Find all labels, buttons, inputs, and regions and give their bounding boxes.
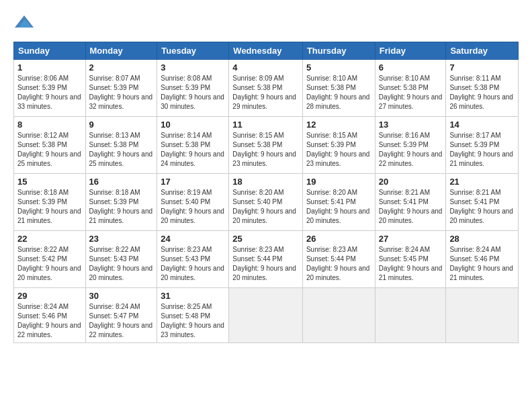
calendar-day-cell: 15Sunrise: 8:18 AMSunset: 5:39 PMDayligh… [14, 174, 86, 231]
header [13, 12, 519, 34]
calendar-day-cell: 24Sunrise: 8:23 AMSunset: 5:43 PMDayligh… [157, 231, 229, 288]
calendar-week-row: 8Sunrise: 8:12 AMSunset: 5:38 PMDaylight… [14, 117, 519, 174]
day-info: Sunrise: 8:07 AMSunset: 5:39 PMDaylight:… [89, 74, 154, 111]
day-info: Sunrise: 8:10 AMSunset: 5:38 PMDaylight:… [306, 74, 371, 111]
day-info: Sunrise: 8:14 AMSunset: 5:38 PMDaylight:… [161, 131, 225, 169]
day-info: Sunrise: 8:24 AMSunset: 5:47 PMDaylight:… [89, 302, 154, 340]
weekday-header: Tuesday [157, 42, 229, 60]
day-number: 3 [161, 62, 225, 73]
calendar-day-cell: 11Sunrise: 8:15 AMSunset: 5:38 PMDayligh… [229, 117, 303, 174]
calendar-table: SundayMondayTuesdayWednesdayThursdayFrid… [13, 42, 519, 343]
weekday-header: Saturday [446, 42, 519, 60]
logo-icon [15, 12, 34, 31]
day-number: 24 [161, 234, 225, 244]
day-number: 7 [449, 62, 515, 73]
calendar-day-cell: 27Sunrise: 8:24 AMSunset: 5:45 PMDayligh… [375, 231, 446, 288]
calendar-day-cell: 19Sunrise: 8:20 AMSunset: 5:41 PMDayligh… [302, 174, 375, 231]
day-number: 30 [89, 291, 154, 301]
day-number: 12 [306, 120, 371, 130]
day-number: 2 [89, 62, 154, 73]
day-info: Sunrise: 8:23 AMSunset: 5:44 PMDaylight:… [232, 245, 299, 283]
day-number: 23 [89, 234, 154, 244]
day-info: Sunrise: 8:08 AMSunset: 5:39 PMDaylight:… [161, 74, 225, 111]
day-info: Sunrise: 8:11 AMSunset: 5:38 PMDaylight:… [449, 74, 515, 111]
day-number: 11 [232, 120, 299, 130]
weekday-row: SundayMondayTuesdayWednesdayThursdayFrid… [14, 42, 519, 60]
calendar-day-cell: 22Sunrise: 8:22 AMSunset: 5:42 PMDayligh… [14, 231, 86, 288]
day-info: Sunrise: 8:16 AMSunset: 5:39 PMDaylight:… [379, 131, 443, 169]
calendar-day-cell: 17Sunrise: 8:19 AMSunset: 5:40 PMDayligh… [157, 174, 229, 231]
weekday-header: Monday [85, 42, 157, 60]
calendar-day-cell [302, 288, 375, 343]
calendar-week-row: 15Sunrise: 8:18 AMSunset: 5:39 PMDayligh… [14, 174, 519, 231]
day-info: Sunrise: 8:06 AMSunset: 5:39 PMDaylight:… [17, 74, 82, 111]
day-info: Sunrise: 8:24 AMSunset: 5:45 PMDaylight:… [379, 245, 443, 283]
weekday-header: Thursday [302, 42, 375, 60]
calendar-day-cell: 6Sunrise: 8:10 AMSunset: 5:38 PMDaylight… [375, 60, 446, 117]
calendar-day-cell: 2Sunrise: 8:07 AMSunset: 5:39 PMDaylight… [85, 60, 157, 117]
calendar-header: SundayMondayTuesdayWednesdayThursdayFrid… [14, 42, 519, 60]
calendar-day-cell: 1Sunrise: 8:06 AMSunset: 5:39 PMDaylight… [14, 60, 86, 117]
calendar-day-cell: 16Sunrise: 8:18 AMSunset: 5:39 PMDayligh… [85, 174, 157, 231]
calendar-day-cell: 23Sunrise: 8:22 AMSunset: 5:43 PMDayligh… [85, 231, 157, 288]
day-info: Sunrise: 8:17 AMSunset: 5:39 PMDaylight:… [449, 131, 515, 169]
day-number: 26 [306, 234, 371, 244]
day-number: 18 [232, 177, 299, 187]
day-info: Sunrise: 8:20 AMSunset: 5:40 PMDaylight:… [232, 188, 299, 226]
calendar-day-cell: 3Sunrise: 8:08 AMSunset: 5:39 PMDaylight… [157, 60, 229, 117]
day-number: 4 [232, 62, 299, 73]
weekday-header: Wednesday [229, 42, 303, 60]
day-info: Sunrise: 8:22 AMSunset: 5:42 PMDaylight:… [17, 245, 82, 283]
calendar-day-cell: 9Sunrise: 8:13 AMSunset: 5:38 PMDaylight… [85, 117, 157, 174]
day-info: Sunrise: 8:22 AMSunset: 5:43 PMDaylight:… [89, 245, 154, 283]
day-number: 10 [161, 120, 225, 130]
calendar-day-cell: 26Sunrise: 8:23 AMSunset: 5:44 PMDayligh… [302, 231, 375, 288]
calendar-day-cell [229, 288, 303, 343]
calendar-day-cell: 14Sunrise: 8:17 AMSunset: 5:39 PMDayligh… [446, 117, 519, 174]
day-info: Sunrise: 8:18 AMSunset: 5:39 PMDaylight:… [89, 188, 154, 226]
day-number: 27 [379, 234, 443, 244]
calendar-day-cell: 31Sunrise: 8:25 AMSunset: 5:48 PMDayligh… [157, 288, 229, 343]
calendar-week-row: 29Sunrise: 8:24 AMSunset: 5:46 PMDayligh… [14, 288, 519, 343]
day-number: 9 [89, 120, 154, 130]
calendar-day-cell [375, 288, 446, 343]
calendar-day-cell: 25Sunrise: 8:23 AMSunset: 5:44 PMDayligh… [229, 231, 303, 288]
calendar-body: 1Sunrise: 8:06 AMSunset: 5:39 PMDaylight… [14, 60, 519, 343]
day-info: Sunrise: 8:24 AMSunset: 5:46 PMDaylight:… [17, 302, 82, 340]
day-info: Sunrise: 8:10 AMSunset: 5:38 PMDaylight:… [379, 74, 443, 111]
day-number: 15 [17, 177, 82, 187]
calendar-day-cell: 12Sunrise: 8:15 AMSunset: 5:39 PMDayligh… [302, 117, 375, 174]
day-info: Sunrise: 8:15 AMSunset: 5:39 PMDaylight:… [306, 131, 371, 169]
calendar-day-cell: 29Sunrise: 8:24 AMSunset: 5:46 PMDayligh… [14, 288, 86, 343]
logo [13, 12, 34, 34]
day-number: 8 [17, 120, 82, 130]
day-number: 14 [449, 120, 515, 130]
calendar-day-cell: 10Sunrise: 8:14 AMSunset: 5:38 PMDayligh… [157, 117, 229, 174]
day-info: Sunrise: 8:13 AMSunset: 5:38 PMDaylight:… [89, 131, 154, 169]
day-number: 22 [17, 234, 82, 244]
day-info: Sunrise: 8:21 AMSunset: 5:41 PMDaylight:… [449, 188, 515, 226]
calendar-day-cell: 20Sunrise: 8:21 AMSunset: 5:41 PMDayligh… [375, 174, 446, 231]
day-number: 19 [306, 177, 371, 187]
day-number: 6 [379, 62, 443, 73]
day-info: Sunrise: 8:20 AMSunset: 5:41 PMDaylight:… [306, 188, 371, 226]
day-info: Sunrise: 8:24 AMSunset: 5:46 PMDaylight:… [449, 245, 515, 283]
day-info: Sunrise: 8:25 AMSunset: 5:48 PMDaylight:… [161, 302, 225, 340]
day-number: 16 [89, 177, 154, 187]
day-number: 1 [17, 62, 82, 73]
calendar-day-cell: 13Sunrise: 8:16 AMSunset: 5:39 PMDayligh… [375, 117, 446, 174]
weekday-header: Sunday [14, 42, 86, 60]
calendar-day-cell: 5Sunrise: 8:10 AMSunset: 5:38 PMDaylight… [302, 60, 375, 117]
day-info: Sunrise: 8:23 AMSunset: 5:44 PMDaylight:… [306, 245, 371, 283]
day-number: 13 [379, 120, 443, 130]
day-number: 25 [232, 234, 299, 244]
calendar-week-row: 1Sunrise: 8:06 AMSunset: 5:39 PMDaylight… [14, 60, 519, 117]
day-info: Sunrise: 8:12 AMSunset: 5:38 PMDaylight:… [17, 131, 82, 169]
day-number: 31 [161, 291, 225, 301]
calendar-day-cell [446, 288, 519, 343]
calendar-day-cell: 28Sunrise: 8:24 AMSunset: 5:46 PMDayligh… [446, 231, 519, 288]
day-info: Sunrise: 8:19 AMSunset: 5:40 PMDaylight:… [161, 188, 225, 226]
page: SundayMondayTuesdayWednesdayThursdayFrid… [0, 0, 532, 350]
calendar-day-cell: 18Sunrise: 8:20 AMSunset: 5:40 PMDayligh… [229, 174, 303, 231]
day-info: Sunrise: 8:09 AMSunset: 5:38 PMDaylight:… [232, 74, 299, 111]
